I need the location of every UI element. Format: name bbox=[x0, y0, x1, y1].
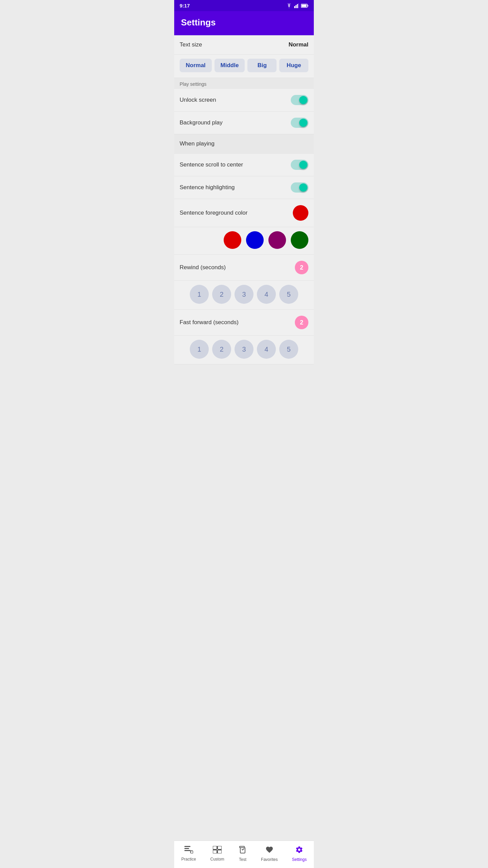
status-time: 9:17 bbox=[180, 3, 190, 8]
signal-icon bbox=[294, 3, 299, 8]
color-purple[interactable] bbox=[268, 231, 286, 249]
color-red[interactable] bbox=[224, 231, 241, 249]
status-bar: 9:17 bbox=[174, 0, 314, 11]
svg-rect-2 bbox=[297, 4, 298, 8]
color-options-row bbox=[174, 227, 314, 255]
sentence-scroll-label: Sentence scroll to center bbox=[180, 161, 243, 168]
sentence-scroll-toggle[interactable] bbox=[291, 160, 308, 170]
battery-icon bbox=[301, 4, 308, 8]
rewind-option-3[interactable]: 3 bbox=[235, 285, 253, 304]
fast-forward-option-1[interactable]: 1 bbox=[190, 340, 209, 359]
color-blue[interactable] bbox=[246, 231, 264, 249]
rewind-option-5[interactable]: 5 bbox=[279, 285, 298, 304]
fast-forward-option-2[interactable]: 2 bbox=[212, 340, 231, 359]
unlock-screen-toggle[interactable] bbox=[291, 95, 308, 105]
background-play-toggle[interactable] bbox=[291, 118, 308, 128]
sentence-fg-color-swatch[interactable] bbox=[293, 205, 308, 221]
text-size-label: Text size bbox=[180, 41, 202, 48]
sentence-highlight-label: Sentence highlighting bbox=[180, 184, 235, 191]
unlock-screen-label: Unlock screen bbox=[180, 97, 216, 103]
rewind-selected-value: 2 bbox=[295, 261, 308, 274]
svg-rect-5 bbox=[308, 5, 308, 6]
sentence-highlight-row: Sentence highlighting bbox=[174, 176, 314, 199]
sentence-fg-color-row: Sentence foreground color bbox=[174, 199, 314, 227]
fast-forward-option-3[interactable]: 3 bbox=[235, 340, 253, 359]
rewind-row: Rewind (seconds) 2 bbox=[174, 255, 314, 281]
rewind-options: 1 2 3 4 5 bbox=[174, 281, 314, 310]
fast-forward-options: 1 2 3 4 5 bbox=[174, 336, 314, 364]
text-size-big-btn[interactable]: Big bbox=[247, 59, 277, 72]
fast-forward-option-5[interactable]: 5 bbox=[279, 340, 298, 359]
text-size-normal-btn[interactable]: Normal bbox=[180, 59, 212, 72]
fast-forward-option-4[interactable]: 4 bbox=[257, 340, 276, 359]
text-size-buttons: Normal Middle Big Huge bbox=[174, 55, 314, 78]
page-title: Settings bbox=[181, 17, 307, 28]
rewind-option-4[interactable]: 4 bbox=[257, 285, 276, 304]
play-settings-label: Play settings bbox=[174, 78, 314, 89]
wifi-icon bbox=[286, 3, 292, 8]
when-playing-section: When playing bbox=[174, 134, 314, 154]
sentence-scroll-row: Sentence scroll to center bbox=[174, 154, 314, 176]
text-size-middle-btn[interactable]: Middle bbox=[215, 59, 245, 72]
svg-rect-3 bbox=[298, 3, 299, 8]
fast-forward-label: Fast forward (seconds) bbox=[180, 319, 239, 326]
fast-forward-selected-value: 2 bbox=[295, 316, 308, 329]
text-size-value: Normal bbox=[288, 41, 308, 48]
fast-forward-row: Fast forward (seconds) 2 bbox=[174, 310, 314, 336]
when-playing-label: When playing bbox=[180, 140, 215, 147]
rewind-label: Rewind (seconds) bbox=[180, 264, 226, 271]
rewind-option-1[interactable]: 1 bbox=[190, 285, 209, 304]
text-size-huge-btn[interactable]: Huge bbox=[279, 59, 308, 72]
background-play-label: Background play bbox=[180, 119, 223, 126]
svg-rect-6 bbox=[302, 4, 307, 7]
sentence-fg-color-label: Sentence foreground color bbox=[180, 210, 247, 216]
svg-rect-1 bbox=[296, 5, 297, 8]
svg-rect-0 bbox=[294, 6, 295, 8]
status-icons bbox=[286, 3, 308, 8]
color-green[interactable] bbox=[291, 231, 308, 249]
background-play-row: Background play bbox=[174, 112, 314, 134]
unlock-screen-row: Unlock screen bbox=[174, 89, 314, 112]
sentence-highlight-toggle[interactable] bbox=[291, 182, 308, 193]
rewind-option-2[interactable]: 2 bbox=[212, 285, 231, 304]
text-size-row: Text size Normal bbox=[174, 35, 314, 55]
header: Settings bbox=[174, 11, 314, 35]
